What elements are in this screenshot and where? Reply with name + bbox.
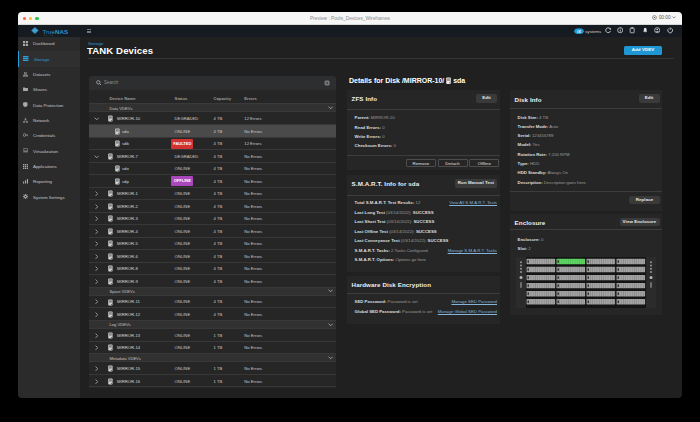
svg-text:iX: iX	[577, 28, 581, 33]
